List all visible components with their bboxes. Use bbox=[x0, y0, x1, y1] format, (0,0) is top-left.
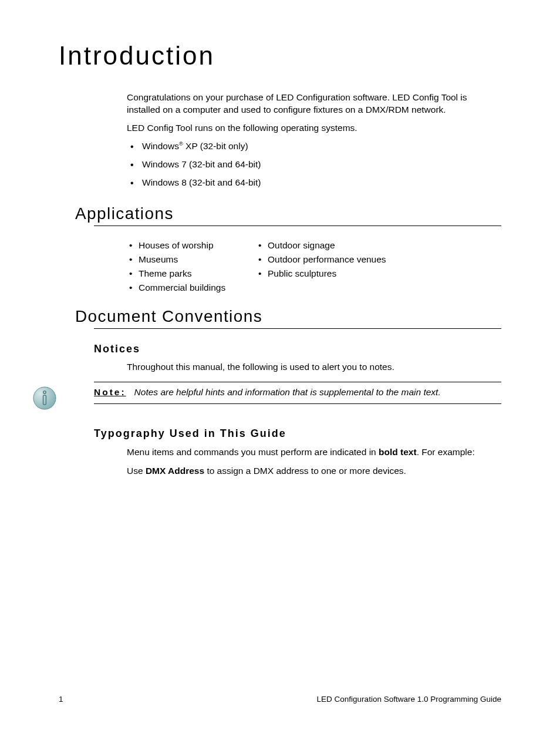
conventions-heading: Document Conventions bbox=[75, 307, 501, 326]
os-text: Windows bbox=[142, 141, 179, 151]
svg-point-0 bbox=[33, 387, 56, 409]
intro-p1: Congratulations on your purchase of LED … bbox=[127, 92, 501, 116]
typography-heading: Typography Used in This Guide bbox=[94, 428, 501, 440]
registered-mark: ® bbox=[179, 141, 183, 147]
os-list: Windows® XP (32-bit only) Windows 7 (32-… bbox=[127, 140, 501, 189]
typo-p1-pre: Menu items and commands you must perform… bbox=[127, 447, 379, 457]
footer-label: LED Configuration Software 1.0 Programmi… bbox=[317, 695, 501, 704]
note-row: Note: Notes are helpful hints and inform… bbox=[29, 382, 501, 411]
os-item: Windows 7 (32-bit and 64-bit) bbox=[127, 159, 501, 171]
applications-heading: Applications bbox=[75, 204, 501, 223]
applications-col1: Houses of worship Museums Theme parks Co… bbox=[127, 240, 232, 297]
typo-p1-bold: bold text bbox=[379, 447, 417, 457]
app-item: Theme parks bbox=[127, 268, 232, 279]
info-icon bbox=[32, 385, 58, 411]
os-item: Windows® XP (32-bit only) bbox=[127, 140, 501, 153]
page-title: Introduction bbox=[59, 41, 501, 70]
typo-p1-post: . For example: bbox=[417, 447, 475, 457]
app-item: Outdoor performance venues bbox=[256, 254, 386, 265]
typo-p1: Menu items and commands you must perform… bbox=[127, 446, 501, 459]
typo-p2-post: to assign a DMX address to one or more d… bbox=[204, 466, 406, 476]
page-number: 1 bbox=[59, 695, 63, 704]
app-item: Museums bbox=[127, 254, 232, 265]
applications-columns: Houses of worship Museums Theme parks Co… bbox=[127, 240, 501, 297]
notices-heading: Notices bbox=[94, 343, 501, 355]
intro-p2: LED Config Tool runs on the following op… bbox=[127, 122, 501, 134]
section-divider bbox=[94, 328, 501, 329]
app-item: Outdoor signage bbox=[256, 240, 386, 251]
typo-p2-bold: DMX Address bbox=[146, 466, 204, 476]
app-item: Public sculptures bbox=[256, 268, 386, 279]
app-item: Houses of worship bbox=[127, 240, 232, 251]
notices-block: Throughout this manual, the following is… bbox=[127, 361, 501, 374]
note-label: Note: bbox=[94, 387, 126, 398]
section-divider bbox=[94, 226, 501, 226]
typo-p2-pre: Use bbox=[127, 466, 146, 476]
note-content: Note: Notes are helpful hints and inform… bbox=[94, 382, 501, 404]
notices-text: Throughout this manual, the following is… bbox=[127, 361, 501, 374]
page-footer: 1 LED Configuration Software 1.0 Program… bbox=[59, 695, 501, 704]
note-text: Notes are helpful hints and information … bbox=[134, 387, 441, 398]
intro-block: Congratulations on your purchase of LED … bbox=[127, 92, 501, 189]
app-item: Commercial buildings bbox=[127, 282, 232, 293]
applications-col2: Outdoor signage Outdoor performance venu… bbox=[256, 240, 386, 297]
typo-p2: Use DMX Address to assign a DMX address … bbox=[127, 465, 501, 477]
note-icon-wrap bbox=[29, 382, 94, 411]
os-text-tail: XP (32-bit only) bbox=[183, 141, 248, 151]
os-item: Windows 8 (32-bit and 64-bit) bbox=[127, 177, 501, 189]
document-page: Introduction Congratulations on your pur… bbox=[0, 0, 560, 747]
typography-block: Menu items and commands you must perform… bbox=[127, 446, 501, 478]
